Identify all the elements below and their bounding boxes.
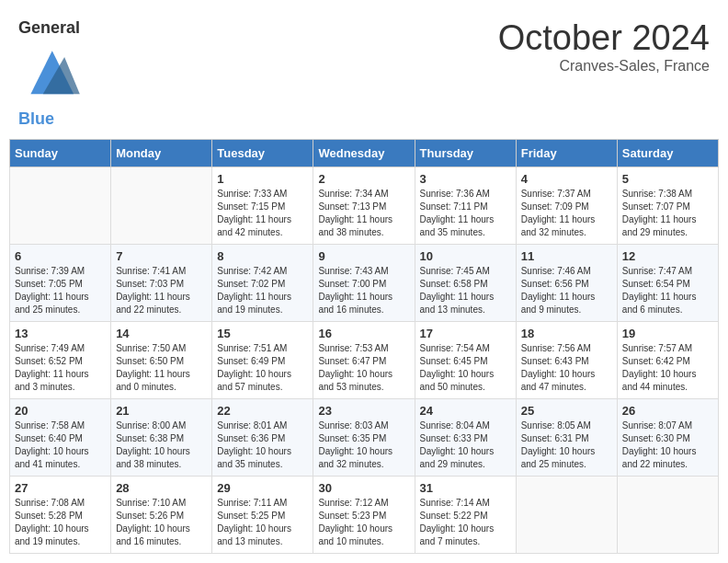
calendar-cell: 14Sunrise: 7:50 AM Sunset: 6:50 PM Dayli… xyxy=(111,321,212,398)
calendar-cell: 23Sunrise: 8:03 AM Sunset: 6:35 PM Dayli… xyxy=(313,398,415,476)
page-header: General Blue October 2024 Cranves-Sales,… xyxy=(9,9,719,134)
calendar-cell: 6Sunrise: 7:39 AM Sunset: 7:05 PM Daylig… xyxy=(10,244,111,321)
day-number: 2 xyxy=(318,172,409,186)
calendar-cell: 10Sunrise: 7:45 AM Sunset: 6:58 PM Dayli… xyxy=(415,244,516,321)
day-number: 1 xyxy=(217,172,308,186)
calendar-cell: 30Sunrise: 7:12 AM Sunset: 5:23 PM Dayli… xyxy=(313,476,415,553)
calendar-day-header: Tuesday xyxy=(212,139,313,167)
day-number: 17 xyxy=(420,327,511,340)
calendar-cell: 18Sunrise: 7:56 AM Sunset: 6:43 PM Dayli… xyxy=(516,321,617,398)
day-info: Sunrise: 7:53 AM Sunset: 6:47 PM Dayligh… xyxy=(318,342,409,394)
calendar-cell: 22Sunrise: 8:01 AM Sunset: 6:36 PM Dayli… xyxy=(212,398,313,476)
calendar-cell: 2Sunrise: 7:34 AM Sunset: 7:13 PM Daylig… xyxy=(313,167,415,244)
day-info: Sunrise: 7:57 AM Sunset: 6:42 PM Dayligh… xyxy=(622,342,713,394)
logo: General Blue xyxy=(18,18,86,130)
calendar-day-header: Thursday xyxy=(415,139,516,167)
day-info: Sunrise: 7:51 AM Sunset: 6:49 PM Dayligh… xyxy=(217,342,308,394)
day-info: Sunrise: 7:49 AM Sunset: 6:52 PM Dayligh… xyxy=(15,342,106,394)
day-number: 29 xyxy=(217,481,308,495)
day-number: 11 xyxy=(521,249,612,263)
day-info: Sunrise: 8:01 AM Sunset: 6:36 PM Dayligh… xyxy=(217,419,308,471)
calendar-day-header: Saturday xyxy=(617,139,718,167)
logo-blue: Blue xyxy=(18,109,54,128)
calendar-cell: 16Sunrise: 7:53 AM Sunset: 6:47 PM Dayli… xyxy=(313,321,415,398)
calendar-cell: 11Sunrise: 7:46 AM Sunset: 6:56 PM Dayli… xyxy=(516,244,617,321)
calendar-cell xyxy=(111,167,212,244)
day-info: Sunrise: 8:07 AM Sunset: 6:30 PM Dayligh… xyxy=(622,419,713,471)
day-number: 31 xyxy=(420,481,511,495)
calendar-cell: 13Sunrise: 7:49 AM Sunset: 6:52 PM Dayli… xyxy=(10,321,111,398)
day-info: Sunrise: 7:47 AM Sunset: 6:54 PM Dayligh… xyxy=(622,265,713,316)
calendar-day-header: Friday xyxy=(516,139,617,167)
calendar-cell: 4Sunrise: 7:37 AM Sunset: 7:09 PM Daylig… xyxy=(516,167,617,244)
day-number: 18 xyxy=(521,327,612,340)
calendar-cell: 27Sunrise: 7:08 AM Sunset: 5:28 PM Dayli… xyxy=(10,476,111,553)
month-title: October 2024 xyxy=(498,18,710,58)
calendar-cell: 28Sunrise: 7:10 AM Sunset: 5:26 PM Dayli… xyxy=(111,476,212,553)
calendar-day-header: Sunday xyxy=(10,139,111,167)
day-info: Sunrise: 8:00 AM Sunset: 6:38 PM Dayligh… xyxy=(116,419,207,471)
day-number: 9 xyxy=(318,249,409,263)
day-number: 12 xyxy=(622,249,713,263)
calendar-cell: 20Sunrise: 7:58 AM Sunset: 6:40 PM Dayli… xyxy=(10,398,111,476)
day-info: Sunrise: 7:14 AM Sunset: 5:22 PM Dayligh… xyxy=(420,497,511,548)
calendar-week-row: 20Sunrise: 7:58 AM Sunset: 6:40 PM Dayli… xyxy=(10,398,719,476)
calendar-cell xyxy=(10,167,111,244)
day-info: Sunrise: 7:50 AM Sunset: 6:50 PM Dayligh… xyxy=(116,342,207,394)
day-info: Sunrise: 7:43 AM Sunset: 7:00 PM Dayligh… xyxy=(318,265,409,316)
day-info: Sunrise: 7:54 AM Sunset: 6:45 PM Dayligh… xyxy=(420,342,511,394)
day-info: Sunrise: 7:33 AM Sunset: 7:15 PM Dayligh… xyxy=(217,188,308,239)
day-info: Sunrise: 8:05 AM Sunset: 6:31 PM Dayligh… xyxy=(521,419,612,471)
calendar-cell xyxy=(516,476,617,553)
location-title: Cranves-Sales, France xyxy=(498,58,710,75)
calendar-cell: 1Sunrise: 7:33 AM Sunset: 7:15 PM Daylig… xyxy=(212,167,313,244)
day-number: 5 xyxy=(622,172,713,186)
calendar-cell: 26Sunrise: 8:07 AM Sunset: 6:30 PM Dayli… xyxy=(617,398,718,476)
calendar-week-row: 1Sunrise: 7:33 AM Sunset: 7:15 PM Daylig… xyxy=(10,167,719,244)
day-number: 3 xyxy=(420,172,511,186)
logo-general: General xyxy=(18,18,80,37)
day-info: Sunrise: 8:04 AM Sunset: 6:33 PM Dayligh… xyxy=(420,419,511,471)
day-info: Sunrise: 7:42 AM Sunset: 7:02 PM Dayligh… xyxy=(217,265,308,316)
calendar-cell: 17Sunrise: 7:54 AM Sunset: 6:45 PM Dayli… xyxy=(415,321,516,398)
calendar-cell: 19Sunrise: 7:57 AM Sunset: 6:42 PM Dayli… xyxy=(617,321,718,398)
calendar-cell xyxy=(617,476,718,553)
day-number: 14 xyxy=(116,327,207,340)
day-number: 25 xyxy=(521,404,612,418)
day-number: 6 xyxy=(15,249,106,263)
day-info: Sunrise: 8:03 AM Sunset: 6:35 PM Dayligh… xyxy=(318,419,409,471)
day-number: 16 xyxy=(318,327,409,340)
calendar-cell: 24Sunrise: 8:04 AM Sunset: 6:33 PM Dayli… xyxy=(415,398,516,476)
day-number: 26 xyxy=(622,404,713,418)
day-number: 15 xyxy=(217,327,308,340)
day-number: 30 xyxy=(318,481,409,495)
day-info: Sunrise: 7:56 AM Sunset: 6:43 PM Dayligh… xyxy=(521,342,612,394)
calendar-cell: 21Sunrise: 8:00 AM Sunset: 6:38 PM Dayli… xyxy=(111,398,212,476)
day-number: 24 xyxy=(420,404,511,418)
day-number: 8 xyxy=(217,249,308,263)
day-number: 23 xyxy=(318,404,409,418)
calendar-day-header: Monday xyxy=(111,139,212,167)
day-number: 21 xyxy=(116,404,207,418)
day-info: Sunrise: 7:39 AM Sunset: 7:05 PM Dayligh… xyxy=(15,265,106,316)
day-info: Sunrise: 7:08 AM Sunset: 5:28 PM Dayligh… xyxy=(15,497,106,548)
calendar-week-row: 27Sunrise: 7:08 AM Sunset: 5:28 PM Dayli… xyxy=(10,476,719,553)
calendar-cell: 12Sunrise: 7:47 AM Sunset: 6:54 PM Dayli… xyxy=(617,244,718,321)
day-number: 13 xyxy=(15,327,106,340)
day-info: Sunrise: 7:46 AM Sunset: 6:56 PM Dayligh… xyxy=(521,265,612,316)
day-number: 4 xyxy=(521,172,612,186)
day-info: Sunrise: 7:12 AM Sunset: 5:23 PM Dayligh… xyxy=(318,497,409,548)
calendar-cell: 3Sunrise: 7:36 AM Sunset: 7:11 PM Daylig… xyxy=(415,167,516,244)
calendar-header-row: SundayMondayTuesdayWednesdayThursdayFrid… xyxy=(10,139,719,167)
day-info: Sunrise: 7:11 AM Sunset: 5:25 PM Dayligh… xyxy=(217,497,308,548)
calendar-cell: 8Sunrise: 7:42 AM Sunset: 7:02 PM Daylig… xyxy=(212,244,313,321)
calendar-cell: 9Sunrise: 7:43 AM Sunset: 7:00 PM Daylig… xyxy=(313,244,415,321)
day-number: 28 xyxy=(116,481,207,495)
day-number: 22 xyxy=(217,404,308,418)
calendar-cell: 5Sunrise: 7:38 AM Sunset: 7:07 PM Daylig… xyxy=(617,167,718,244)
day-info: Sunrise: 7:34 AM Sunset: 7:13 PM Dayligh… xyxy=(318,188,409,239)
day-number: 10 xyxy=(420,249,511,263)
calendar-table: SundayMondayTuesdayWednesdayThursdayFrid… xyxy=(9,139,719,554)
logo-icon xyxy=(18,93,86,109)
calendar-week-row: 13Sunrise: 7:49 AM Sunset: 6:52 PM Dayli… xyxy=(10,321,719,398)
